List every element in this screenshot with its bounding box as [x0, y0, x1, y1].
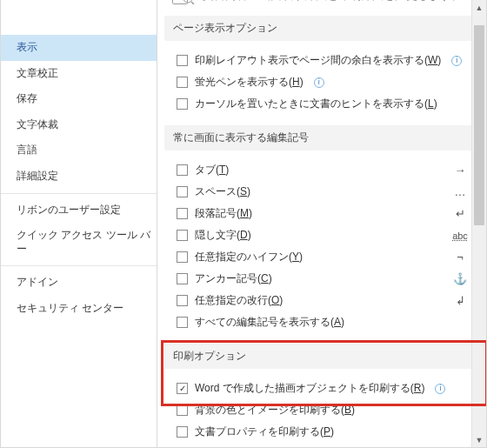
info-icon[interactable]: i: [314, 77, 324, 88]
main-panel: 文書内容の画面表示方法と印刷方法を変更します。 ページ表示オプション印刷レイアウ…: [157, 0, 486, 447]
checkbox[interactable]: [177, 317, 188, 328]
sidebar-item[interactable]: 文章校正: [1, 61, 157, 87]
sidebar-item[interactable]: リボンのユーザー設定: [1, 197, 157, 224]
option-label[interactable]: 隠し文字を印刷する(X): [195, 446, 303, 447]
checkbox[interactable]: [177, 55, 188, 66]
option-row: 印刷レイアウト表示でページ間の余白を表示する(W)i: [177, 50, 476, 71]
option-row: スペース(S)…: [177, 181, 476, 203]
option-row: すべての編集記号を表示する(A): [177, 311, 476, 333]
option-label[interactable]: Word で作成した描画オブジェクトを印刷する(R): [195, 381, 424, 396]
sidebar-item[interactable]: クイック アクセス ツール バー: [1, 223, 157, 262]
checkbox[interactable]: [177, 426, 188, 438]
info-icon[interactable]: i: [435, 384, 445, 394]
option-row: 文書プロパティを印刷する(P): [177, 421, 476, 443]
checkbox[interactable]: [177, 251, 188, 263]
sidebar-item[interactable]: 文字体裁: [1, 112, 157, 138]
sidebar-item[interactable]: 詳細設定: [1, 164, 157, 190]
option-label[interactable]: 印刷レイアウト表示でページ間の余白を表示する(W): [195, 53, 441, 68]
option-label[interactable]: 任意指定のハイフン(Y): [195, 250, 303, 264]
sidebar-item[interactable]: 表示: [1, 35, 157, 61]
svg-line-5: [191, 2, 194, 4]
option-row: カーソルを置いたときに文書のヒントを表示する(L): [177, 93, 476, 115]
scroll-track[interactable]: [472, 15, 486, 432]
sidebar-item[interactable]: 保存: [1, 86, 157, 112]
option-row: タブ(T)→: [177, 159, 476, 181]
option-label[interactable]: 任意指定の改行(O): [195, 293, 283, 308]
option-label[interactable]: スペース(S): [195, 184, 250, 199]
option-label[interactable]: 背景の色とイメージを印刷する(B): [195, 403, 355, 418]
option-row: 任意指定の改行(O)↲: [177, 290, 476, 311]
checkbox[interactable]: ✓: [177, 383, 188, 394]
section-title: ページ表示オプション: [164, 16, 479, 41]
sidebar-item[interactable]: セキュリティ センター: [1, 296, 157, 322]
checkbox[interactable]: [177, 208, 188, 219]
checkbox[interactable]: [177, 295, 188, 306]
display-settings-icon: [171, 0, 196, 5]
option-label[interactable]: タブ(T): [195, 163, 229, 177]
option-label[interactable]: 文書プロパティを印刷する(P): [195, 425, 334, 439]
vertical-scrollbar[interactable]: ▲ ▼: [471, 0, 486, 447]
option-row: 隠し文字(D)abc: [177, 224, 476, 246]
option-label[interactable]: すべての編集記号を表示する(A): [195, 315, 344, 330]
checkbox[interactable]: [177, 273, 188, 284]
section-title: 印刷オプション: [164, 344, 479, 369]
sidebar-item[interactable]: アドイン: [1, 270, 157, 296]
header: 文書内容の画面表示方法と印刷方法を変更します。: [161, 0, 486, 14]
sidebar: 表示文章校正保存文字体裁言語詳細設定リボンのユーザー設定クイック アクセス ツー…: [0, 0, 157, 447]
checkbox[interactable]: [177, 230, 188, 241]
option-label[interactable]: カーソルを置いたときに文書のヒントを表示する(L): [195, 97, 437, 111]
checkbox[interactable]: [177, 186, 188, 197]
scroll-up-button[interactable]: ▲: [472, 0, 486, 15]
option-label[interactable]: 隠し文字(D): [195, 228, 251, 243]
option-row: 任意指定のハイフン(Y)¬: [177, 246, 476, 268]
option-row: ✓Word で作成した描画オブジェクトを印刷する(R)i: [177, 378, 476, 399]
option-row: 背景の色とイメージを印刷する(B): [177, 399, 476, 421]
scroll-thumb[interactable]: [474, 25, 484, 225]
sidebar-item[interactable]: 言語: [1, 137, 157, 164]
option-label[interactable]: アンカー記号(C): [195, 271, 272, 286]
option-row: 蛍光ペンを表示する(H)i: [177, 71, 476, 93]
option-row: 段落記号(M)↵: [177, 203, 476, 224]
info-icon[interactable]: i: [451, 56, 462, 66]
option-row: アンカー記号(C)⚓: [177, 268, 476, 290]
checkbox[interactable]: [177, 77, 188, 88]
checkbox[interactable]: [177, 405, 188, 416]
scroll-down-button[interactable]: ▼: [472, 432, 486, 447]
checkbox[interactable]: [177, 164, 188, 176]
header-text: 文書内容の画面表示方法と印刷方法を変更します。: [203, 0, 463, 3]
section-title: 常に画面に表示する編集記号: [164, 125, 479, 150]
checkbox[interactable]: [177, 98, 188, 110]
option-row: 隠し文字を印刷する(X): [177, 443, 476, 447]
option-label[interactable]: 蛍光ペンを表示する(H): [195, 75, 304, 90]
option-label[interactable]: 段落記号(M): [195, 206, 252, 221]
